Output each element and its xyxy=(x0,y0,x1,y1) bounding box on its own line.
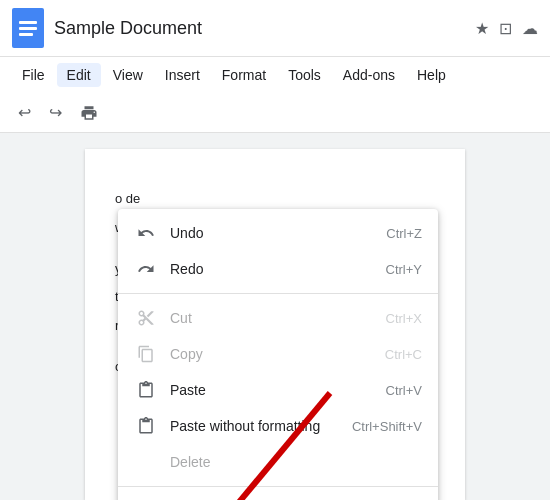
menu-option-paste[interactable]: Paste Ctrl+V xyxy=(118,372,438,408)
document-title: Sample Document xyxy=(54,18,465,39)
menu-tools[interactable]: Tools xyxy=(278,63,331,87)
paste-plain-icon xyxy=(134,414,158,438)
menu-option-redo[interactable]: Redo Ctrl+Y xyxy=(118,251,438,287)
menu-bar: File Edit View Insert Format Tools Add-o… xyxy=(0,57,550,93)
menu-insert[interactable]: Insert xyxy=(155,63,210,87)
cut-label: Cut xyxy=(170,310,362,326)
doc-icon xyxy=(12,8,44,48)
redo-shortcut: Ctrl+Y xyxy=(386,262,422,277)
cut-icon xyxy=(134,306,158,330)
cloud-icon[interactable]: ☁ xyxy=(522,19,538,38)
menu-view[interactable]: View xyxy=(103,63,153,87)
redo-label: Redo xyxy=(170,261,362,277)
paste-shortcut: Ctrl+V xyxy=(386,383,422,398)
menu-edit[interactable]: Edit xyxy=(57,63,101,87)
undo-label: Undo xyxy=(170,225,362,241)
paste-plain-shortcut: Ctrl+Shift+V xyxy=(352,419,422,434)
menu-addons[interactable]: Add-ons xyxy=(333,63,405,87)
menu-file[interactable]: File xyxy=(12,63,55,87)
title-actions: ★ ⊡ ☁ xyxy=(475,19,538,38)
delete-label: Delete xyxy=(170,454,422,470)
copy-shortcut: Ctrl+C xyxy=(385,347,422,362)
paste-label: Paste xyxy=(170,382,362,398)
content-area: o de ws t y fav tha r, a ons t Undo Ctrl… xyxy=(0,133,550,500)
copy-icon xyxy=(134,342,158,366)
menu-option-select-all[interactable]: Select all Ctrl+A xyxy=(118,493,438,500)
menu-format[interactable]: Format xyxy=(212,63,276,87)
menu-help[interactable]: Help xyxy=(407,63,456,87)
redo-button[interactable]: ↪ xyxy=(43,99,68,126)
menu-option-paste-plain[interactable]: Paste without formatting Ctrl+Shift+V xyxy=(118,408,438,444)
menu-option-undo[interactable]: Undo Ctrl+Z xyxy=(118,215,438,251)
toolbar: ↩ ↪ xyxy=(0,93,550,133)
undo-button[interactable]: ↩ xyxy=(12,99,37,126)
paste-icon xyxy=(134,378,158,402)
undo-icon xyxy=(134,221,158,245)
copy-label: Copy xyxy=(170,346,361,362)
title-bar: Sample Document ★ ⊡ ☁ xyxy=(0,0,550,57)
delete-icon xyxy=(134,450,158,474)
menu-option-delete: Delete xyxy=(118,444,438,480)
folder-icon[interactable]: ⊡ xyxy=(499,19,512,38)
paste-plain-label: Paste without formatting xyxy=(170,418,328,434)
print-button[interactable] xyxy=(74,100,104,126)
menu-option-copy: Copy Ctrl+C xyxy=(118,336,438,372)
divider-1 xyxy=(118,293,438,294)
divider-2 xyxy=(118,486,438,487)
app-window: Sample Document ★ ⊡ ☁ File Edit View Ins… xyxy=(0,0,550,500)
undo-shortcut: Ctrl+Z xyxy=(386,226,422,241)
cut-shortcut: Ctrl+X xyxy=(386,311,422,326)
menu-option-cut: Cut Ctrl+X xyxy=(118,300,438,336)
star-icon[interactable]: ★ xyxy=(475,19,489,38)
edit-dropdown-menu: Undo Ctrl+Z Redo Ctrl+Y xyxy=(118,209,438,500)
redo-icon xyxy=(134,257,158,281)
